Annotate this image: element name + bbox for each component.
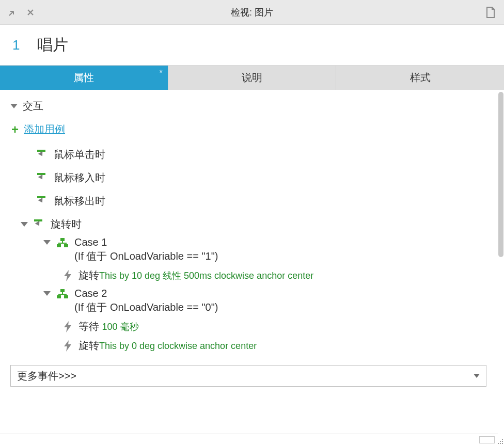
case-2-title: Case 2 bbox=[74, 288, 218, 299]
resize-grip[interactable] bbox=[497, 438, 504, 445]
bolt-icon bbox=[63, 270, 72, 281]
chevron-down-icon bbox=[474, 374, 480, 378]
case-2-action-2[interactable]: 旋转This by 0 deg clockwise anchor center bbox=[63, 339, 486, 353]
case-2-condition: (If 值于 OnLoadVariable == "0") bbox=[74, 300, 218, 314]
event-rotate-label: 旋转时 bbox=[51, 217, 82, 231]
event-rotate[interactable]: 旋转时 bbox=[21, 217, 486, 231]
window-title: 检视: 图片 bbox=[0, 6, 504, 19]
scrollbar-thumb[interactable] bbox=[498, 92, 503, 257]
event-mouseleave-label: 鼠标移出时 bbox=[54, 194, 105, 208]
tab-dirty-indicator: * bbox=[159, 69, 162, 78]
case-1-title: Case 1 bbox=[74, 236, 218, 248]
event-mouseenter-label: 鼠标移入时 bbox=[54, 171, 105, 185]
plus-icon: + bbox=[11, 123, 19, 136]
action-cmd: 旋转 bbox=[78, 340, 99, 351]
more-events: 更多事件>>> bbox=[10, 365, 486, 387]
flow-icon bbox=[57, 238, 68, 247]
bolt-icon bbox=[63, 340, 72, 352]
titlebar: 检视: 图片 bbox=[0, 0, 504, 25]
cursor-icon bbox=[37, 150, 48, 160]
section-interactions-label: 交互 bbox=[23, 99, 43, 113]
collapse-icon[interactable] bbox=[8, 8, 17, 17]
properties-scroll[interactable]: 交互 + 添加用例 鼠标单击时 鼠标移入时 鼠标移出时 bbox=[0, 90, 497, 445]
tab-style-label: 样式 bbox=[410, 71, 431, 85]
chevron-down-icon bbox=[10, 104, 18, 108]
add-case-button[interactable]: + 添加用例 bbox=[11, 122, 486, 136]
case-1-action-1[interactable]: 旋转This by 10 deg 线性 500ms clockwise anch… bbox=[63, 268, 486, 282]
tab-notes[interactable]: 说明 bbox=[168, 66, 337, 90]
more-events-select[interactable]: 更多事件>>> bbox=[10, 365, 486, 387]
add-case-label: 添加用例 bbox=[24, 122, 65, 136]
case-2-action-1[interactable]: 等待 100 毫秒 bbox=[63, 320, 486, 333]
cursor-icon bbox=[37, 196, 48, 206]
cursor-icon bbox=[37, 173, 48, 183]
inspector-tabs: 属性 * 说明 样式 bbox=[0, 65, 504, 90]
action-cmd: 旋转 bbox=[78, 269, 99, 281]
titlebar-right bbox=[485, 7, 496, 18]
flow-icon bbox=[57, 289, 68, 298]
properties-panel: 交互 + 添加用例 鼠标单击时 鼠标移入时 鼠标移出时 bbox=[0, 90, 504, 445]
action-param: This by 10 deg 线性 500ms clockwise anchor… bbox=[99, 271, 313, 281]
case-1-text: Case 1 (If 值于 OnLoadVariable == "1") bbox=[74, 236, 218, 263]
close-icon[interactable] bbox=[27, 9, 34, 16]
action-cmd: 等待 bbox=[78, 321, 102, 332]
case-2: Case 2 (If 值于 OnLoadVariable == "0") 等待 … bbox=[43, 288, 486, 353]
chevron-down-icon bbox=[43, 291, 51, 296]
case-2-header[interactable]: Case 2 (If 值于 OnLoadVariable == "0") bbox=[43, 288, 486, 314]
event-mouseleave[interactable]: 鼠标移出时 bbox=[21, 194, 486, 208]
event-mouseenter[interactable]: 鼠标移入时 bbox=[21, 171, 486, 185]
event-click-label: 鼠标单击时 bbox=[54, 148, 105, 162]
titlebar-left bbox=[0, 8, 34, 17]
tab-properties-label: 属性 bbox=[73, 71, 94, 85]
document-icon[interactable] bbox=[485, 7, 496, 18]
case-1-header[interactable]: Case 1 (If 值于 OnLoadVariable == "1") bbox=[43, 236, 486, 263]
tab-style[interactable]: 样式 bbox=[336, 66, 504, 90]
more-events-label: 更多事件>>> bbox=[17, 369, 76, 383]
case-1-condition: (If 值于 OnLoadVariable == "1") bbox=[74, 249, 218, 263]
case-2-action-1-text: 等待 100 毫秒 bbox=[78, 320, 139, 333]
case-1-action-1-text: 旋转This by 10 deg 线性 500ms clockwise anch… bbox=[78, 268, 313, 282]
bolt-icon bbox=[63, 321, 72, 332]
tab-properties[interactable]: 属性 * bbox=[0, 66, 168, 90]
case-2-text: Case 2 (If 值于 OnLoadVariable == "0") bbox=[74, 288, 218, 314]
cursor-icon bbox=[34, 219, 44, 230]
section-interactions[interactable]: 交互 bbox=[10, 99, 486, 113]
bottom-box bbox=[479, 436, 495, 443]
item-header: 1 唱片 bbox=[0, 25, 504, 65]
tab-notes-label: 说明 bbox=[242, 71, 262, 85]
event-list: 鼠标单击时 鼠标移入时 鼠标移出时 旋转时 bbox=[21, 148, 486, 353]
item-name: 唱片 bbox=[37, 35, 68, 56]
scrollbar[interactable] bbox=[498, 91, 504, 444]
action-param: This by 0 deg clockwise anchor center bbox=[99, 341, 257, 351]
item-index: 1 bbox=[12, 37, 20, 53]
event-click[interactable]: 鼠标单击时 bbox=[21, 148, 486, 162]
action-param: 100 毫秒 bbox=[102, 322, 139, 332]
case-1: Case 1 (If 值于 OnLoadVariable == "1") 旋转T… bbox=[43, 236, 486, 282]
chevron-down-icon bbox=[43, 240, 51, 245]
chevron-down-icon bbox=[21, 222, 28, 227]
case-2-action-2-text: 旋转This by 0 deg clockwise anchor center bbox=[78, 339, 257, 353]
bottom-strip bbox=[0, 434, 498, 445]
